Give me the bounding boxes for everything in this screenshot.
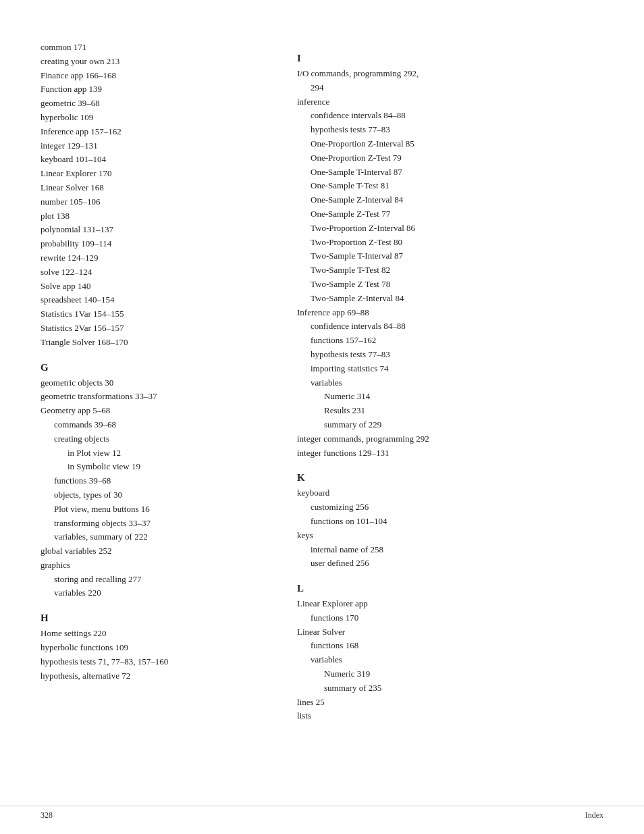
list-item: summary of 235 <box>297 681 603 696</box>
list-item: One-Sample T-Interval 87 <box>297 165 603 180</box>
list-item: importing statistics 74 <box>297 362 603 376</box>
list-item: Linear Solver <box>297 625 603 640</box>
list-item: number 105–106 <box>41 195 270 209</box>
list-item: creating objects <box>41 432 270 446</box>
list-item: Two-Sample T-Interval 87 <box>297 249 603 263</box>
list-item: Geometry app 5–68 <box>41 404 270 418</box>
list-item: hypothesis, alternative 72 <box>41 669 270 683</box>
list-item: Two-Proportion Z-Test 80 <box>297 236 603 250</box>
list-item: functions 168 <box>297 639 603 653</box>
list-item: integer functions 129–131 <box>297 446 603 461</box>
list-item: inference <box>297 95 603 109</box>
list-item: hyperbolic functions 109 <box>41 641 270 655</box>
list-item: polynomial 131–137 <box>41 223 270 237</box>
list-item: Two-Sample Z-Interval 84 <box>297 292 603 306</box>
list-item: internal name of 258 <box>297 543 603 557</box>
list-item: spreadsheet 140–154 <box>41 293 270 307</box>
list-item: solve 122–124 <box>41 265 270 280</box>
section-header: K <box>297 472 603 484</box>
list-item: Linear Solver 168 <box>41 181 270 195</box>
left-sections: Ggeometric objects 30geometric transform… <box>41 362 270 683</box>
list-item: plot 138 <box>41 209 270 224</box>
list-item: hyperbolic 109 <box>41 111 270 125</box>
top-entries: common 171creating your own 213Finance a… <box>41 41 270 350</box>
list-item: Numeric 314 <box>297 390 603 404</box>
list-item: geometric objects 30 <box>41 376 270 390</box>
section-header: L <box>297 583 603 594</box>
list-item: in Plot view 12 <box>41 446 270 461</box>
list-item: functions 170 <box>297 611 603 625</box>
list-item: keyboard 101–104 <box>41 153 270 167</box>
list-item: Numeric 319 <box>297 667 603 681</box>
section-label: Index <box>585 810 603 820</box>
list-item: variables 220 <box>41 586 270 600</box>
list-item: in Symbolic view 19 <box>41 460 270 474</box>
list-item: variables <box>297 653 603 667</box>
list-item: Results 231 <box>297 404 603 418</box>
list-item: Two-Sample T-Test 82 <box>297 263 603 278</box>
columns-container: common 171creating your own 213Finance a… <box>0 41 644 723</box>
list-item: Finance app 166–168 <box>41 69 270 83</box>
list-item: integer commands, programming 292 <box>297 432 603 446</box>
page: common 171creating your own 213Finance a… <box>0 0 644 834</box>
list-item: Linear Explorer 170 <box>41 167 270 181</box>
list-item: functions 39–68 <box>41 474 270 488</box>
list-item: variables <box>297 376 603 390</box>
section-header: G <box>41 362 270 373</box>
list-item: storing and recalling 277 <box>41 573 270 587</box>
list-item: Home settings 220 <box>41 627 270 641</box>
list-item: One-Proportion Z-Interval 85 <box>297 137 603 151</box>
list-item: confidence intervals 84–88 <box>297 109 603 123</box>
list-item: One-Sample T-Test 81 <box>297 179 603 193</box>
list-item: summary of 229 <box>297 418 603 432</box>
section-header: I <box>297 53 603 64</box>
list-item: lines 25 <box>297 696 603 710</box>
left-column: common 171creating your own 213Finance a… <box>41 41 270 723</box>
list-item: Linear Explorer app <box>297 597 603 611</box>
list-item: lists <box>297 709 603 723</box>
list-item: Statistics 2Var 156–157 <box>41 321 270 336</box>
list-item: integer 129–131 <box>41 139 270 153</box>
list-item: hypothesis tests 71, 77–83, 157–160 <box>41 655 270 669</box>
list-item: common 171 <box>41 41 270 55</box>
right-sections: II/O commands, programming 292,294infere… <box>297 53 603 723</box>
list-item: transforming objects 33–37 <box>41 517 270 531</box>
list-item: creating your own 213 <box>41 55 270 69</box>
list-item: functions 157–162 <box>297 334 603 348</box>
list-item: confidence intervals 84–88 <box>297 319 603 334</box>
section-header: H <box>41 613 270 624</box>
page-number: 328 <box>41 810 53 820</box>
list-item: probability 109–114 <box>41 237 270 251</box>
list-item: Solve app 140 <box>41 280 270 294</box>
list-item: hypothesis tests 77–83 <box>297 348 603 362</box>
page-footer: 328 Index <box>0 806 644 820</box>
list-item: One-Sample Z-Interval 84 <box>297 193 603 207</box>
list-item: hypothesis tests 77–83 <box>297 123 603 137</box>
list-item: keyboard <box>297 486 603 500</box>
list-item: geometric transformations 33–37 <box>41 390 270 404</box>
list-item: keys <box>297 529 603 543</box>
list-item: I/O commands, programming 292, <box>297 67 603 81</box>
list-item: graphics <box>41 558 270 573</box>
list-item: Inference app 69–88 <box>297 306 603 320</box>
list-item: functions on 101–104 <box>297 515 603 529</box>
list-item: rewrite 124–129 <box>41 251 270 265</box>
list-item: One-Proportion Z-Test 79 <box>297 151 603 165</box>
list-item: Plot view, menu buttons 16 <box>41 502 270 517</box>
list-item: customizing 256 <box>297 500 603 515</box>
list-item: Statistics 1Var 154–155 <box>41 307 270 321</box>
list-item: objects, types of 30 <box>41 488 270 502</box>
list-item: geometric 39–68 <box>41 97 270 111</box>
list-item: Two-Sample Z Test 78 <box>297 278 603 292</box>
list-item: global variables 252 <box>41 544 270 558</box>
list-item: commands 39–68 <box>41 418 270 432</box>
list-item: Triangle Solver 168–170 <box>41 336 270 350</box>
list-item: Function app 139 <box>41 82 270 97</box>
list-item: Two-Proportion Z-Interval 86 <box>297 221 603 236</box>
list-item: user defined 256 <box>297 556 603 571</box>
list-item: 294 <box>297 81 603 95</box>
list-item: Inference app 157–162 <box>41 125 270 139</box>
list-item: One-Sample Z-Test 77 <box>297 207 603 221</box>
right-column: II/O commands, programming 292,294infere… <box>297 41 603 723</box>
list-item: variables, summary of 222 <box>41 530 270 544</box>
